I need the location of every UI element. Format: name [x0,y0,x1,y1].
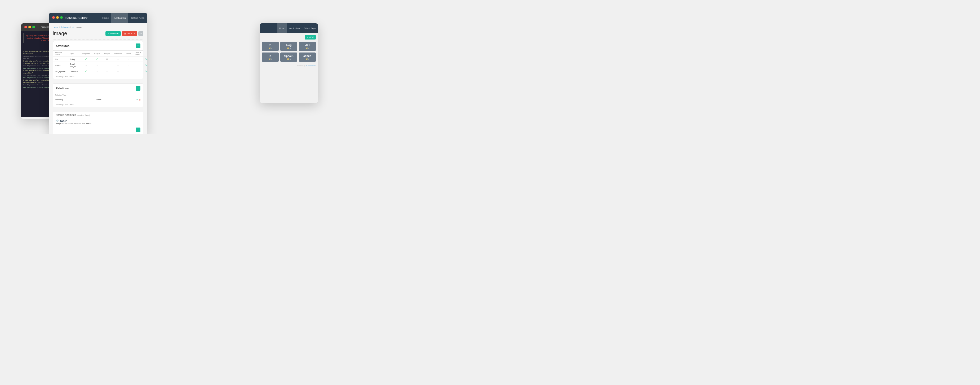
folder-icon: 📁 [287,47,289,50]
schema-card-title: 01 [263,44,277,47]
circle-icon: ○ [96,64,98,67]
settings-button[interactable]: ⚙ [138,31,143,36]
right-nav-github[interactable]: Github Repo [302,23,318,33]
attributes-footer: Showing 1-3 of 3 items. [53,74,143,79]
relations-footer: Showing 1-1 of 1 item. [53,102,143,107]
table-row: hasMany owner ✎ 🗑 [53,97,143,102]
schema-card-meta: 📁 0 [263,58,277,60]
attr-length: 1 [102,62,112,69]
relations-header: Relations + [53,84,143,93]
schema-card[interactable]: blog 📁 0 [280,42,297,51]
folder-icon: 📁 [305,58,308,60]
add-shared-button[interactable]: + [136,128,140,132]
attr-unique: ○ [92,62,102,69]
right-nav-application[interactable]: Application [287,23,302,33]
relations-section: Relations + Relation Type hasMany owner [53,83,143,107]
owner-item: 🔗 owner image has no shared attributes w… [53,118,143,126]
rel-target: owner [94,97,119,102]
trash-icon: 🗑 [124,32,126,35]
attr-type: String [68,57,80,62]
nav-application[interactable]: Application [111,13,128,23]
attr-default [133,69,143,74]
attr-scale: ○ [124,57,133,62]
edit-icon[interactable]: ✎ [136,98,138,101]
col-type: Type [68,51,80,57]
powered-by: Powered by Yii Framework [259,64,318,68]
attr-default: 1 [133,62,143,69]
attr-unique: ○ [92,69,102,74]
edit-icon[interactable]: ✎ [145,58,147,61]
breadcrumb-schemas[interactable]: Schemas [60,26,69,29]
edit-icon[interactable]: ✎ [145,70,147,73]
col-name: Attribute Name [53,51,68,57]
page-title: image [53,30,67,37]
schema-card-title: 2 [263,54,277,58]
schema-card[interactable]: admin 📁 0 [299,53,316,62]
col-length: Length [102,51,112,57]
divider [53,110,143,110]
schema-grid: 01 📁 0 blog 📁 0 v0.1 📁 0 2 📁 0 alpha01 📁… [262,42,316,62]
circle-icon: ○ [86,64,87,67]
add-attribute-button[interactable]: + [136,43,140,48]
shared-title-text: Shared Attributes (Junction Table) [56,113,90,117]
circle-icon: ○ [118,64,119,67]
schema-card[interactable]: v0.1 📁 0 [299,42,316,51]
breadcrumb-home[interactable]: Home [53,26,58,29]
attr-scale: ○ [124,62,133,69]
right-toolbar: + NEW [262,35,316,40]
minimize-button[interactable] [29,26,31,29]
col-default: Default Value [133,51,143,57]
rel-type: hasMany [53,97,94,102]
schema-card-meta: 📁 0 [282,58,296,60]
yii-link[interactable]: Yii Framework [306,65,316,67]
folder-icon: 📁 [287,58,289,60]
relations-title: Relations [56,87,69,90]
attr-unique: ✓ [92,57,102,62]
table-row: title String ✓ ✓ 60 ○ ○ ✎ 🗑 [53,57,147,62]
nav-github[interactable]: Github Repo [128,13,147,23]
check-icon: ✓ [85,70,87,73]
check-icon: ✓ [85,58,87,61]
schema-card-title: blog [282,44,296,47]
terminal-title: Terminal [39,26,50,29]
schema-card-title: admin [301,54,314,58]
attributes-title: Attributes [56,44,69,48]
edit-icon[interactable]: ✎ [145,64,147,67]
attr-scale: ○ [124,69,133,74]
delete-button[interactable]: 🗑 DELETE [122,31,137,36]
attr-name: last_update [53,69,68,74]
folder-icon: 📁 [268,58,271,60]
rel-col-target [94,93,119,97]
schema-card-title: v0.1 [301,44,314,47]
circle-icon: ○ [118,70,119,73]
schema-card[interactable]: alpha01 📁 0 [280,53,297,62]
schema-minimize-button[interactable] [56,16,59,19]
rel-col-type: Relation Type [53,93,94,97]
schema-card[interactable]: 01 📁 0 [262,42,279,51]
right-content: + NEW 01 📁 0 blog 📁 0 v0.1 📁 0 2 📁 0 alp… [259,33,318,64]
schema-nav-right: Home Application Github Repo [100,13,147,23]
delete-icon[interactable]: 🗑 [139,98,141,101]
attr-required: ✓ [80,57,92,62]
nav-home[interactable]: Home [100,13,111,23]
update-button[interactable]: ✎ UPDATE [105,31,121,36]
attr-type: DateTime [68,69,80,74]
right-nav-home[interactable]: Home [277,23,287,33]
add-relation-button[interactable]: + [136,86,140,91]
schema-close-button[interactable] [52,16,55,19]
schema-maximize-button[interactable] [60,16,63,19]
link-icon: 🔗 [56,120,59,122]
schema-card[interactable]: 2 📁 0 [262,53,279,62]
new-schema-button[interactable]: + NEW [305,35,316,40]
maximize-button[interactable] [32,26,35,29]
attr-required: ○ [80,62,92,69]
breadcrumb-version[interactable]: v1 [72,26,74,29]
traffic-lights [24,26,35,29]
schema-card-meta: 📁 0 [263,47,277,50]
attr-default [133,57,143,62]
check-icon: ✓ [96,58,98,61]
close-button[interactable] [24,26,27,29]
rel-col-actions [119,93,143,97]
schema-navbar: Schema Builder Home Application Github R… [49,13,147,23]
page-header: image ✎ UPDATE 🗑 DELETE ⚙ [53,30,143,37]
